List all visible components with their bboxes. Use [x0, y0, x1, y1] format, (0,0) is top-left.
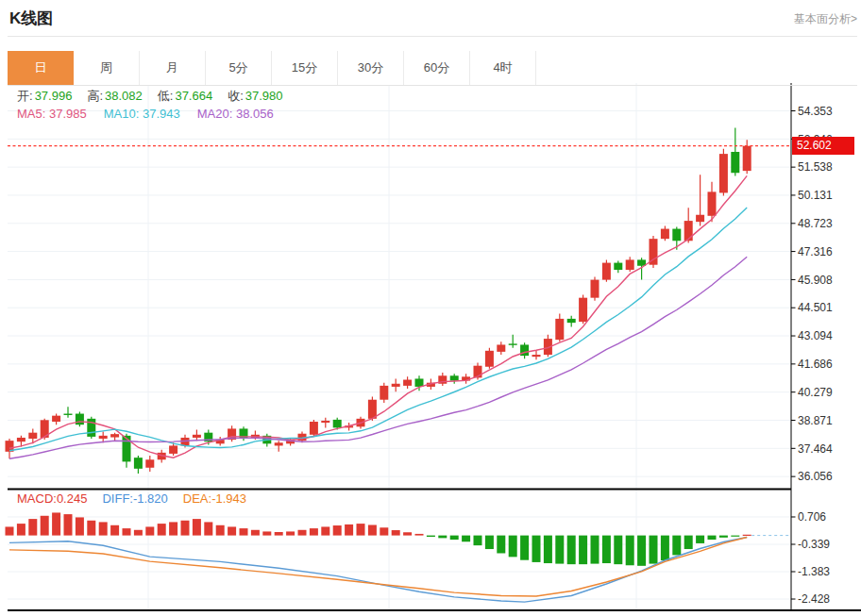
macd-bar [286, 531, 295, 535]
tab-week[interactable]: 周 [74, 51, 140, 85]
macd-bar [380, 527, 388, 535]
price-tick-label: 47.316 [798, 245, 833, 258]
period-tab-bar: 日 周 月 5分 15分 30分 60分 4时 [8, 51, 857, 86]
macd-bar [462, 536, 470, 542]
macd-bar [64, 514, 73, 535]
macd-bar [696, 536, 704, 543]
last-price-tag: 52.602 [792, 137, 854, 155]
macd-bar [684, 536, 693, 549]
candle-body [450, 375, 459, 380]
macd-bar [450, 536, 459, 540]
macd-bar [544, 536, 552, 563]
macd-layer [6, 512, 792, 602]
open-value: 37.996 [35, 89, 73, 103]
candle-body [509, 343, 517, 344]
close-value: 37.980 [245, 89, 283, 103]
macd-bar [614, 536, 622, 565]
kline-widget: 54.35352.94651.53850.13148.72347.31645.9… [0, 0, 861, 616]
macd-tick-label: -2.428 [798, 592, 830, 606]
macd-bar [637, 536, 646, 566]
price-tick-label: 44.501 [798, 301, 833, 314]
price-tick-label: 41.686 [798, 358, 833, 371]
candle-body [52, 416, 60, 422]
ma5-value: 37.985 [49, 107, 87, 121]
ma5-label: MA5: [17, 107, 45, 121]
macd-bar [41, 516, 49, 536]
candle-body [614, 263, 622, 270]
fundamental-analysis-link[interactable]: 基本面分析> [794, 11, 857, 27]
candle-body [99, 436, 108, 439]
tab-day[interactable]: 日 [8, 51, 74, 85]
macd-bar [110, 525, 119, 536]
candle-body [134, 458, 143, 469]
candle-body [555, 319, 564, 340]
candle-body [672, 229, 681, 241]
macd-bar [602, 536, 611, 563]
diff-label: DIFF: [102, 491, 133, 506]
candle-body [579, 298, 587, 322]
candle-body [76, 414, 84, 425]
macd-bar [509, 536, 517, 558]
macd-bar [169, 522, 177, 535]
macd-bar [708, 536, 717, 540]
low-value: 37.664 [175, 89, 212, 103]
price-tick-label: 40.279 [798, 386, 833, 399]
macd-bar [743, 535, 751, 536]
macd-bar [228, 526, 236, 535]
macd-bar [76, 517, 84, 535]
macd-bar [591, 536, 599, 564]
price-tick-label: 48.723 [798, 217, 833, 230]
macd-bar [181, 521, 190, 536]
macd-bar [520, 536, 529, 560]
macd-bar [52, 512, 60, 535]
price-tick-label: 37.464 [798, 442, 833, 456]
candle-body [333, 420, 342, 427]
macd-bar [6, 526, 14, 535]
macd-bar [240, 528, 248, 535]
dea-label: DEA: [183, 491, 211, 506]
candle-body [380, 386, 388, 400]
macd-readout: MACD:0.245 DIFF:-1.820 DEA:-1.943 [17, 491, 262, 506]
macd-bar [427, 536, 435, 537]
high-label: 高: [87, 89, 103, 103]
price-tick-label: 43.094 [798, 329, 833, 342]
macd-bar [298, 530, 307, 536]
price-tick-label: 50.131 [798, 189, 833, 202]
candle-body [123, 436, 131, 462]
dea-value: -1.943 [211, 491, 246, 506]
candle-body [392, 384, 400, 387]
tab-30min[interactable]: 30分 [338, 51, 404, 85]
candle-body [310, 422, 318, 435]
candle-body [719, 154, 728, 192]
candle-body [193, 435, 201, 438]
macd-tick-label: -0.339 [798, 538, 830, 551]
price-tick-label: 45.908 [798, 274, 833, 287]
macd-bar [87, 521, 95, 536]
macd-bar [438, 536, 447, 539]
ma10-value: 37.943 [143, 107, 180, 121]
ma20-label: MA20: [197, 107, 233, 121]
candle-body [275, 442, 283, 445]
tab-15min[interactable]: 15分 [272, 51, 338, 85]
macd-bar [719, 536, 728, 538]
price-tick-label: 36.056 [798, 470, 833, 483]
macd-bar [345, 524, 353, 536]
candle-body [731, 152, 739, 173]
tab-5min[interactable]: 5分 [206, 51, 272, 85]
macd-tick-label: -1.383 [798, 565, 830, 578]
candle-body [708, 191, 717, 215]
tab-60min[interactable]: 60分 [404, 51, 470, 85]
macd-bar [123, 528, 131, 535]
price-tick-label: 51.538 [798, 160, 833, 174]
macd-value: 0.245 [57, 491, 88, 506]
ma-readout: MA5: 37.985 MA10: 37.943 MA20: 38.056 [17, 107, 291, 121]
macd-bar [357, 524, 365, 535]
macd-bar [626, 536, 634, 566]
macd-bar [579, 536, 587, 565]
macd-bar [262, 531, 271, 535]
page-title: K线图 [9, 8, 53, 29]
candle-body [626, 259, 634, 270]
tab-4hour[interactable]: 4时 [470, 51, 536, 85]
tab-month[interactable]: 月 [140, 51, 206, 85]
candle-body [415, 378, 424, 386]
